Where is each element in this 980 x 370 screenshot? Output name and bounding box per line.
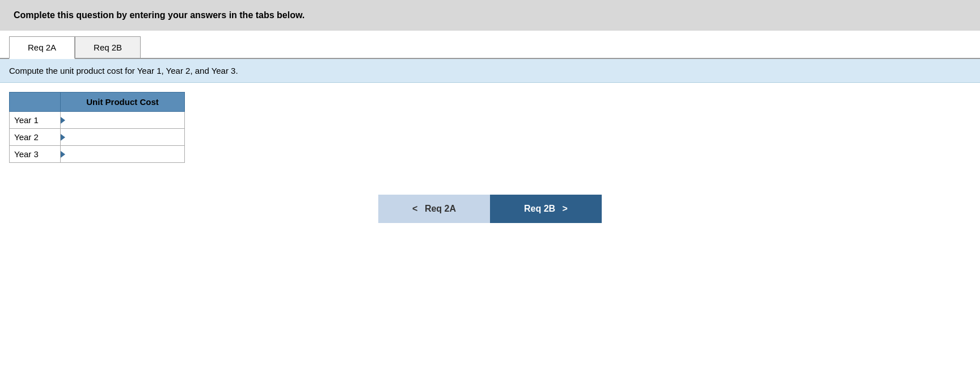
table-row: Year 3 [10, 146, 185, 163]
tabs-container: Req 2A Req 2B [0, 36, 980, 59]
input-cell-year1[interactable] [61, 112, 185, 129]
triangle-indicator-year3 [61, 151, 65, 158]
unit-product-cost-table: Unit Product Cost Year 1 Year 2 [9, 92, 185, 163]
triangle-indicator-year2 [61, 134, 65, 141]
input-cell-year2[interactable] [61, 129, 185, 146]
next-button-label: Req 2B [524, 204, 555, 213]
input-year2[interactable] [67, 129, 184, 145]
table-column-header: Unit Product Cost [61, 93, 185, 112]
triangle-indicator-year1 [61, 117, 65, 124]
instruction-text: Complete this question by entering your … [14, 10, 305, 20]
table-row: Year 2 [10, 129, 185, 146]
prev-button[interactable]: < Req 2A [378, 195, 490, 223]
next-arrow-icon: > [563, 204, 568, 213]
navigation-bar: < Req 2A Req 2B > [0, 195, 980, 240]
input-cell-year3[interactable] [61, 146, 185, 163]
input-year1[interactable] [67, 112, 184, 128]
prev-arrow-icon: < [412, 204, 417, 213]
question-description: Compute the unit product cost for Year 1… [0, 59, 980, 83]
table-header-empty [10, 93, 61, 112]
prev-button-label: Req 2A [425, 204, 456, 213]
row-label-year2: Year 2 [10, 129, 61, 146]
row-label-year3: Year 3 [10, 146, 61, 163]
input-year3[interactable] [67, 146, 184, 162]
tab-req2b[interactable]: Req 2B [75, 36, 141, 58]
table-wrapper: Unit Product Cost Year 1 Year 2 [0, 83, 980, 172]
instruction-bar: Complete this question by entering your … [0, 0, 980, 31]
table-row: Year 1 [10, 112, 185, 129]
next-button[interactable]: Req 2B > [490, 195, 602, 223]
row-label-year1: Year 1 [10, 112, 61, 129]
tab-content: Compute the unit product cost for Year 1… [0, 59, 980, 172]
tab-req2a[interactable]: Req 2A [9, 36, 75, 59]
